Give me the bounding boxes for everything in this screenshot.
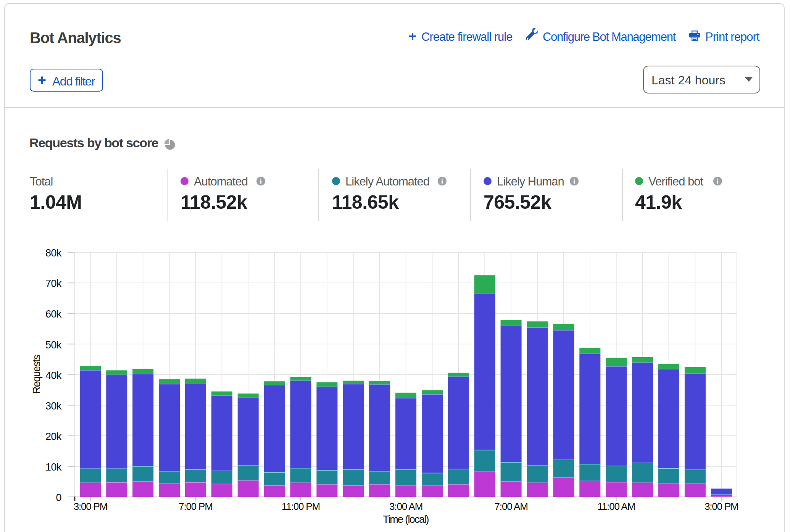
svg-text:80k: 80k: [45, 247, 62, 259]
svg-text:Requests: Requests: [31, 355, 42, 394]
svg-text:50k: 50k: [45, 339, 62, 351]
svg-text:3:00 PM: 3:00 PM: [705, 501, 738, 512]
svg-text:10k: 10k: [45, 461, 62, 473]
svg-text:Time (local): Time (local): [383, 514, 429, 525]
svg-text:3:00 AM: 3:00 AM: [389, 501, 422, 512]
svg-text:11:00 PM: 11:00 PM: [282, 501, 320, 512]
svg-text:60k: 60k: [45, 308, 62, 320]
svg-text:7:00 AM: 7:00 AM: [495, 501, 528, 512]
svg-text:0: 0: [56, 492, 61, 503]
svg-text:40k: 40k: [45, 370, 62, 381]
svg-text:11:00 AM: 11:00 AM: [598, 501, 635, 512]
svg-text:3:00 PM: 3:00 PM: [74, 501, 107, 512]
svg-text:70k: 70k: [45, 278, 62, 289]
svg-text:30k: 30k: [45, 400, 62, 412]
svg-text:20k: 20k: [45, 431, 62, 442]
svg-text:7:00 PM: 7:00 PM: [179, 501, 212, 512]
